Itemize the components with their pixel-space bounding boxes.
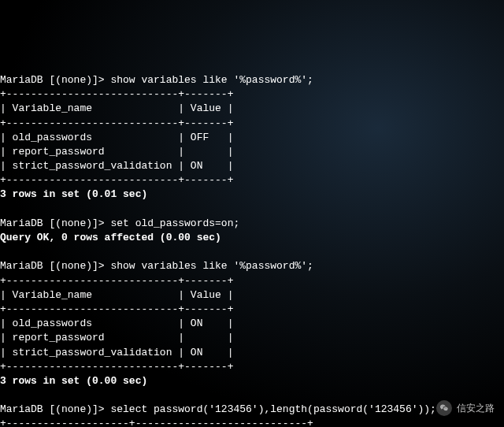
table-border: +----------------------------+-------+ — [0, 361, 233, 373]
table-header: | Variable_name | Value | — [0, 102, 233, 114]
terminal-output: MariaDB [(none)]> show variables like '%… — [0, 58, 504, 427]
result-summary: 3 rows in set (0.01 sec) — [0, 188, 147, 200]
sql-command: show variables like '%password%'; — [110, 260, 313, 272]
watermark-text: 信安之路 — [457, 402, 495, 415]
table-row: | strict_password_validation | ON | — [0, 347, 233, 358]
prompt-line[interactable]: MariaDB [(none)]> show variables like '%… — [0, 74, 313, 86]
prompt-ps: MariaDB [(none)]> — [0, 403, 110, 415]
table-row: | old_passwords | ON | — [0, 317, 233, 329]
table-row: | report_password | | — [0, 146, 233, 158]
table-row: | strict_password_validation | ON | — [0, 160, 233, 172]
prompt-ps: MariaDB [(none)]> — [0, 217, 110, 229]
prompt-line[interactable]: MariaDB [(none)]> show variables like '%… — [0, 260, 313, 272]
table-border: +----------------------------+-------+ — [0, 275, 233, 287]
prompt-ps: MariaDB [(none)]> — [0, 74, 110, 86]
watermark: 信安之路 — [436, 400, 495, 416]
result-summary: 3 rows in set (0.00 sec) — [0, 375, 147, 387]
sql-command: select password('123456'),length(passwor… — [110, 403, 435, 415]
table-header: | Variable_name | Value | — [0, 289, 233, 301]
table-border: +----------------------------+-------+ — [0, 117, 233, 129]
prompt-line[interactable]: MariaDB [(none)]> set old_passwords=on; — [0, 217, 239, 229]
result-summary: Query OK, 0 rows affected (0.00 sec) — [0, 232, 221, 243]
table-border: +----------------------------+-------+ — [0, 88, 233, 100]
prompt-line[interactable]: MariaDB [(none)]> select password('12345… — [0, 403, 436, 415]
prompt-ps: MariaDB [(none)]> — [0, 260, 110, 272]
sql-command: show variables like '%password%'; — [110, 74, 313, 86]
table-row: | report_password | | — [0, 332, 233, 343]
table-row: | old_passwords | OFF | — [0, 132, 233, 143]
table-border: +--------------------+------------------… — [0, 418, 313, 427]
wechat-icon — [436, 400, 452, 416]
table-border: +----------------------------+-------+ — [0, 174, 233, 186]
table-border: +----------------------------+-------+ — [0, 303, 233, 315]
sql-command: set old_passwords=on; — [110, 217, 239, 229]
